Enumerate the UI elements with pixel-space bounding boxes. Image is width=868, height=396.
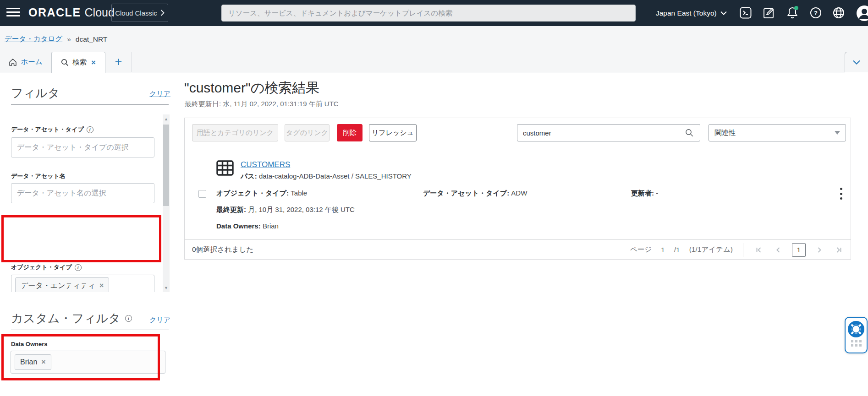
prev-page-button[interactable] — [773, 245, 783, 255]
sort-select-value: 関連性 — [714, 128, 736, 138]
next-page-button[interactable] — [815, 245, 825, 255]
results-search-input[interactable] — [517, 124, 700, 141]
scrollbar-thumb[interactable] — [163, 125, 169, 206]
scroll-up-arrow[interactable]: ▲ — [163, 115, 170, 122]
home-icon — [9, 58, 17, 66]
custom-filters-clear-link[interactable]: クリア — [149, 316, 170, 325]
chip-remove-icon[interactable]: × — [99, 282, 104, 290]
object-type-chip: データ・エンティティ × — [15, 277, 109, 293]
row-actions-menu-icon[interactable] — [836, 187, 846, 201]
breadcrumb-bar: データ・カタログ » dcat_NRT — [0, 26, 868, 52]
drag-handle-icon[interactable] — [851, 340, 862, 347]
region-selector[interactable]: Japan East (Tokyo) — [656, 0, 727, 26]
breadcrumb-separator: » — [67, 35, 71, 43]
region-label: Japan East (Tokyo) — [656, 9, 717, 17]
divider — [11, 104, 169, 105]
items-count: (1/1アイテム) — [689, 245, 733, 255]
chevron-right-icon — [160, 10, 165, 16]
chip-remove-icon[interactable]: × — [41, 358, 45, 366]
tab-close-icon[interactable]: × — [91, 58, 96, 67]
caret-down-icon — [835, 131, 840, 135]
sort-select[interactable]: 関連性 — [709, 124, 846, 141]
last-refreshed-text: 最終更新日: 水, 11月 02, 2022, 01:31:19 午前 UTC — [185, 100, 339, 108]
delete-button[interactable]: 削除 — [337, 124, 363, 141]
filters-scroll-area: データ・アセット・タイプ i データ・アセット名 オブジェクト・タイプ i デー… — [0, 114, 180, 292]
filter-sidebar: フィルタ クリア データ・アセット・タイプ i データ・アセット名 オブジェクト… — [0, 72, 180, 396]
info-icon[interactable]: i — [125, 315, 132, 322]
announcements-icon[interactable] — [763, 6, 775, 19]
last-updated-field: 最終更新: 月, 10月 31, 2022, 03:12 午後 UTC — [216, 206, 355, 214]
divider — [11, 330, 169, 330]
cloud-classic-label: Cloud Classic — [115, 9, 157, 17]
table-icon — [216, 160, 234, 176]
tab-home-label: ホーム — [21, 57, 42, 67]
link-terms-button[interactable]: 用語とカテゴリのリンク — [192, 124, 278, 141]
oracle-cloud-data-catalog-page: ORACLECloud Cloud Classic Japan East (To… — [0, 0, 868, 396]
asset-type-field: データ・アセット・タイプ: ADW — [423, 189, 527, 198]
scroll-down-arrow[interactable]: ▼ — [163, 284, 170, 291]
data-owners-chip: Brian × — [15, 354, 51, 370]
refresh-button[interactable]: リフレッシュ — [369, 124, 417, 141]
search-results-title: "customer"の検索結果 — [184, 79, 319, 98]
filters-clear-link[interactable]: クリア — [149, 90, 170, 98]
results-footer: 0個選択されました ページ 1 /1 (1/1アイテム) 1 — [185, 239, 851, 260]
tab-search-label: 検索 — [72, 58, 87, 67]
page-label: ページ — [630, 245, 652, 255]
chevron-down-icon — [720, 11, 727, 15]
info-icon[interactable]: i — [87, 126, 93, 133]
selected-count: 0個選択されました — [192, 245, 253, 255]
top-header: ORACLECloud Cloud Classic Japan East (To… — [0, 0, 868, 26]
data-asset-type-label: データ・アセット・タイプ i — [11, 125, 93, 134]
object-type-input[interactable]: データ・エンティティ × — [11, 275, 154, 292]
page-number-box[interactable]: 1 — [792, 243, 806, 257]
search-icon[interactable] — [685, 129, 693, 137]
page-value: 1 — [661, 246, 665, 254]
tab-bar: ホーム 検索 × + — [0, 52, 868, 72]
language-globe-icon[interactable] — [832, 6, 845, 19]
page-total: /1 — [674, 246, 680, 254]
notification-badge — [794, 6, 798, 10]
data-owners-field: Data Owners: Brian — [216, 222, 279, 230]
search-icon — [61, 59, 69, 66]
tab-home[interactable]: ホーム — [0, 52, 51, 72]
breadcrumb-root-link[interactable]: データ・カタログ — [5, 34, 62, 44]
new-tab-button[interactable]: + — [105, 52, 132, 72]
data-owners-label: Data Owners — [11, 341, 47, 347]
data-asset-type-input[interactable] — [11, 137, 154, 157]
custom-filters-title: カスタム・フィルタ i — [11, 310, 132, 326]
row-checkbox[interactable] — [198, 190, 206, 198]
tab-search[interactable]: 検索 × — [51, 52, 105, 73]
object-type-field: オブジェクト・タイプ: Table — [216, 189, 307, 198]
data-owners-input[interactable]: Brian × — [11, 351, 165, 374]
brand-cloud: Cloud — [85, 6, 115, 19]
sidebar-scrollbar[interactable]: ▲ ▼ — [163, 114, 170, 292]
breadcrumb-current: dcat_NRT — [76, 35, 108, 43]
result-item-link[interactable]: CUSTOMERS — [241, 160, 290, 169]
cloud-classic-button[interactable]: Cloud Classic — [111, 4, 168, 22]
brand-oracle: ORACLE — [28, 6, 81, 19]
result-item-path: パス: data-catalog-ADB-Data-Asset / SALES_… — [241, 172, 412, 181]
info-icon[interactable]: i — [75, 264, 82, 271]
object-type-label: オブジェクト・タイプ i — [11, 263, 82, 271]
link-tags-button[interactable]: タグのリンク — [285, 124, 330, 141]
results-panel: 用語とカテゴリのリンク タグのリンク 削除 リフレッシュ 関連性 CUSTOME… — [184, 118, 851, 260]
oracle-cloud-logo: ORACLECloud — [28, 6, 115, 19]
help-launcher-button[interactable] — [845, 317, 868, 353]
breadcrumb: データ・カタログ » dcat_NRT — [5, 34, 107, 44]
cloud-shell-icon[interactable] — [739, 6, 752, 19]
help-icon[interactable]: ? — [809, 6, 822, 19]
last-page-button[interactable] — [834, 245, 844, 255]
tab-overflow-button[interactable] — [845, 52, 868, 72]
svg-text:?: ? — [814, 10, 818, 16]
pagination: ページ 1 /1 (1/1アイテム) 1 — [630, 243, 844, 257]
user-avatar-icon[interactable] — [856, 5, 868, 22]
first-page-button[interactable] — [753, 245, 764, 255]
filters-title: フィルタ — [11, 85, 60, 101]
data-asset-name-label: データ・アセット名 — [11, 172, 66, 180]
updated-by-field: 更新者: - — [631, 189, 658, 198]
hamburger-menu-icon[interactable] — [6, 8, 20, 18]
data-asset-name-input[interactable] — [11, 183, 154, 203]
divider — [743, 243, 743, 257]
notifications-bell-icon[interactable] — [786, 6, 799, 19]
global-search-input[interactable] — [221, 5, 636, 22]
